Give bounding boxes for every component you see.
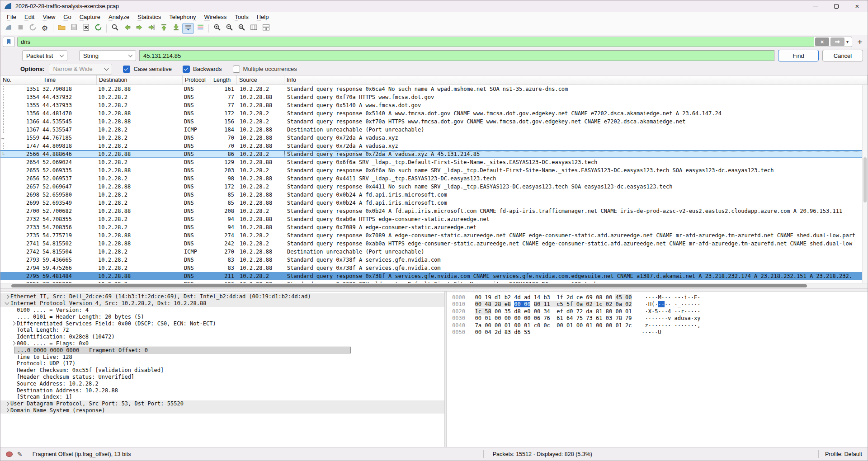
charset-select[interactable]: Narrow & Wide xyxy=(49,64,112,75)
save-file-button[interactable] xyxy=(68,23,80,34)
hex-byte[interactable]: 00 xyxy=(557,322,563,329)
ascii-char[interactable]: · xyxy=(648,322,651,329)
packet-row-2657[interactable]: 265752.06964710.2.28.88DNS17210.2.28.2St… xyxy=(0,183,868,191)
packet-row-2794[interactable]: 279459.47526610.2.28.2DNS8310.2.28.88Sta… xyxy=(0,264,868,272)
ascii-char[interactable]: · xyxy=(697,294,700,301)
ascii-char[interactable]: · xyxy=(691,294,694,301)
ascii-char[interactable]: a xyxy=(675,315,678,321)
hex-byte[interactable]: 7a xyxy=(475,322,481,329)
hex-byte[interactable]: 45 xyxy=(615,294,622,301)
hex-byte[interactable]: d8 xyxy=(514,308,520,315)
packet-row-2700[interactable]: 270052.70068210.2.28.88DNS20810.2.28.2St… xyxy=(0,207,868,215)
ascii-char[interactable]: · xyxy=(691,315,694,321)
hex-byte[interactable]: ce xyxy=(576,294,583,301)
ascii-char[interactable]: y xyxy=(697,315,700,321)
ascii-char[interactable]: · xyxy=(645,301,648,307)
hex-byte[interactable]: b2 xyxy=(505,294,511,301)
go-forward-button[interactable] xyxy=(133,23,145,34)
maximize-button[interactable] xyxy=(826,0,847,12)
ascii-char[interactable]: M xyxy=(658,294,661,301)
hex-byte[interactable]: 83 xyxy=(505,329,511,335)
find-button[interactable]: Find xyxy=(778,50,819,61)
hex-byte[interactable]: 02 xyxy=(586,301,592,307)
ascii-char[interactable]: · xyxy=(661,315,665,321)
column-header-length[interactable]: Length xyxy=(211,75,237,85)
find-type-select[interactable]: String xyxy=(79,50,136,61)
capture-comment-icon[interactable]: ✎ xyxy=(17,451,23,458)
hex-byte[interactable]: 00 xyxy=(596,322,602,329)
ascii-char[interactable]: a xyxy=(688,315,691,321)
detail-line[interactable]: Destination Address: 10.2.28.88 xyxy=(0,387,444,394)
filter-apply-button[interactable] xyxy=(830,38,844,46)
packet-row-1559[interactable]: 1559→44.76718510.2.28.2DNS7010.2.28.88St… xyxy=(0,134,868,142)
zoom-reset-button[interactable] xyxy=(236,23,247,34)
hex-byte[interactable]: 00 xyxy=(534,308,540,315)
checkbox-checked[interactable] xyxy=(183,66,190,73)
detail-line[interactable]: [Stream index: 1] xyxy=(0,394,444,400)
hex-byte[interactable]: 00 xyxy=(514,315,520,321)
hex-byte[interactable]: 58 xyxy=(485,308,491,315)
ascii-char[interactable]: · xyxy=(651,329,655,335)
detail-line[interactable]: ...0 0000 0000 0000 = Fragment Offset: 0 xyxy=(0,347,444,353)
ascii-char[interactable]: · xyxy=(658,322,661,329)
ascii-char[interactable]: _ xyxy=(678,301,681,307)
ascii-char[interactable]: · xyxy=(697,308,700,315)
hex-byte[interactable]: c0 xyxy=(534,322,540,329)
ascii-char[interactable]: i xyxy=(684,294,687,301)
hex-byte[interactable]: 2d xyxy=(495,329,501,335)
expander-collapsed-icon[interactable] xyxy=(9,322,17,325)
menu-telephony[interactable]: Telephony xyxy=(165,14,200,20)
hex-byte[interactable]: 76 xyxy=(543,315,550,321)
hex-byte[interactable]: 48 xyxy=(485,301,491,307)
column-header-info[interactable]: Info xyxy=(284,75,868,85)
hex-byte[interactable]: b3 xyxy=(543,294,550,301)
hex-byte[interactable]: e8 xyxy=(505,301,511,307)
hex-byte[interactable]: 01 xyxy=(524,322,530,329)
hex-byte[interactable]: 19 xyxy=(485,294,491,301)
hex-byte[interactable]: 00 xyxy=(475,294,481,301)
packet-row-2795[interactable]: 279559.48148410.2.28.88DNS21110.2.28.2St… xyxy=(0,272,868,280)
ascii-char[interactable]: · xyxy=(661,294,665,301)
packet-row-1366[interactable]: 136644.53554510.2.28.88DNS15610.2.28.2St… xyxy=(0,118,868,126)
packet-row-1356[interactable]: 135644.48147010.2.28.88DNS17210.2.28.2St… xyxy=(0,109,868,118)
ascii-char[interactable]: · xyxy=(648,315,651,321)
hex-byte[interactable]: 01 xyxy=(615,322,622,329)
detail-line[interactable]: 000. .... = Flags: 0x0 xyxy=(0,340,444,347)
hex-byte[interactable]: e0 xyxy=(524,308,530,315)
packet-row-2735[interactable]: 273554.77571910.2.28.88DNS27410.2.28.2St… xyxy=(0,231,868,240)
ascii-char[interactable]: · xyxy=(675,301,678,307)
column-header-destination[interactable]: Destination xyxy=(97,75,183,85)
ascii-char[interactable]: · xyxy=(645,315,648,321)
hex-row[interactable]: 0030 00 01 00 00 00 00 06 76 61 64 75 73… xyxy=(452,315,868,322)
hex-byte[interactable]: 14 xyxy=(534,294,540,301)
packet-row-1367[interactable]: 136744.53554710.2.28.2ICMP18410.2.28.88D… xyxy=(0,126,868,134)
hex-byte[interactable]: 00 xyxy=(495,315,501,321)
detail-line[interactable]: 0100 .... = Version: 4 xyxy=(0,307,444,314)
ascii-char[interactable]: U xyxy=(658,329,661,335)
detail-line[interactable]: Differentiated Services Field: 0x00 (DSC… xyxy=(0,320,444,327)
ascii-char[interactable]: · xyxy=(691,322,694,329)
menu-edit[interactable]: Edit xyxy=(20,14,38,20)
ascii-char[interactable]: · xyxy=(697,301,700,307)
hex-byte[interactable]: 03 xyxy=(606,315,612,321)
detail-line[interactable]: .... 0101 = Header Length: 20 bytes (5) xyxy=(0,313,444,320)
hex-row[interactable]: 0050 00 04 2d 83 d6 55 ··-··U xyxy=(452,329,868,336)
ascii-char[interactable]: · xyxy=(688,294,691,301)
resize-columns-button[interactable] xyxy=(248,23,259,34)
ascii-char[interactable]: · xyxy=(661,301,665,307)
hex-byte[interactable]: 4d xyxy=(514,294,520,301)
hex-byte[interactable]: 72 xyxy=(576,308,583,315)
packet-row-2655[interactable]: 265552.06933510.2.28.88DNS20310.2.28.2St… xyxy=(0,166,868,174)
ascii-char[interactable]: , xyxy=(697,322,700,329)
ascii-char[interactable]: · xyxy=(691,308,694,315)
zoom-out-button[interactable] xyxy=(223,23,235,34)
menu-statistics[interactable]: Statistics xyxy=(133,14,165,20)
packet-row-1355[interactable]: 135544.43793310.2.28.2DNS7710.2.28.88Sta… xyxy=(0,101,868,109)
hex-byte[interactable]: 00 xyxy=(475,315,481,321)
ascii-char[interactable]: · xyxy=(691,301,694,307)
ascii-char[interactable]: · xyxy=(661,322,665,329)
minimize-button[interactable] xyxy=(805,0,826,12)
packet-row-2654[interactable]: 265452.06902410.2.28.2DNS12910.2.28.88St… xyxy=(0,158,868,166)
ascii-char[interactable]: · xyxy=(678,308,681,315)
hex-byte[interactable]: 00 xyxy=(606,294,612,301)
